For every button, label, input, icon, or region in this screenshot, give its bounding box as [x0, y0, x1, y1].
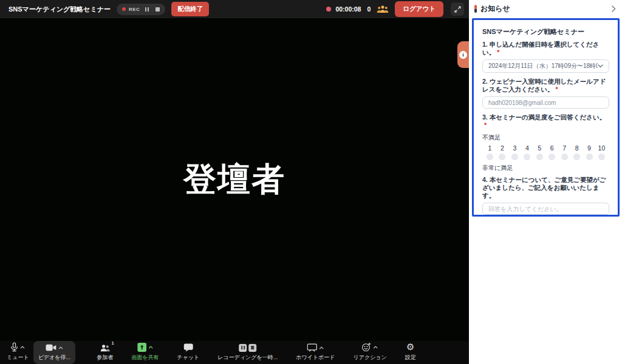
- audience-icon: [377, 5, 389, 13]
- webinar-app: SNSマーケティング戦略セミナー REC 配信終了 00:00:08 0: [0, 0, 622, 364]
- scale-option-3: 3: [510, 144, 519, 160]
- chevron-down-icon: [598, 64, 603, 68]
- gear-icon: ⚙: [406, 342, 414, 352]
- scale-low-label: 不満足: [482, 133, 609, 142]
- whiteboard-options-chevron-icon[interactable]: [319, 346, 324, 349]
- scale-radio-5[interactable]: [536, 153, 543, 160]
- participants-label: 参加者: [97, 354, 113, 362]
- scale-radio-9[interactable]: [586, 153, 593, 160]
- participants-button[interactable]: 1 参加者: [95, 341, 115, 364]
- question-1-label: 1. 申し込んだ開催日時を選択してください。*: [482, 41, 609, 56]
- chat-label: チャット: [177, 354, 199, 362]
- scale-option-9: 9: [585, 144, 594, 160]
- mute-button[interactable]: ミュート: [5, 341, 31, 364]
- collapse-panel-button[interactable]: [612, 5, 616, 12]
- video-region: SNSマーケティング戦略セミナー REC 配信終了 00:00:08 0: [0, 0, 469, 364]
- top-bar: SNSマーケティング戦略セミナー REC 配信終了 00:00:08 0: [0, 0, 469, 18]
- fullscreen-toggle-button[interactable]: [451, 2, 464, 16]
- required-mark: *: [555, 86, 558, 93]
- scale-radio-3[interactable]: [511, 153, 518, 160]
- scale-radio-2[interactable]: [499, 153, 505, 160]
- chat-bubble-icon: [183, 343, 193, 352]
- session-date-value: 2024年12月11日（水）17時09分〜18時09分: [488, 62, 598, 70]
- scale-radio-6[interactable]: [549, 153, 555, 160]
- scale-option-1: 1: [485, 144, 494, 160]
- whiteboard-label: ホワイトボード: [296, 354, 335, 362]
- whiteboard-button[interactable]: ホワイトボード: [294, 341, 337, 364]
- scale-option-4: 4: [522, 144, 531, 160]
- survey-form: SNSマーケティング戦略セミナー 1. 申し込んだ開催日時を選択してください。*…: [472, 18, 620, 217]
- scale-option-2: 2: [497, 144, 507, 160]
- chat-button[interactable]: チャット: [175, 341, 201, 364]
- announcements-title: お知らせ: [480, 4, 608, 14]
- stop-video-button[interactable]: ビデオを停...: [33, 341, 75, 364]
- survey-title: SNSマーケティング戦略セミナー: [482, 27, 609, 36]
- scale-option-6: 6: [547, 144, 556, 160]
- question-2-label: 2. ウェビナー入室時に使用したメールアドレスをご入力ください。*: [482, 78, 609, 93]
- info-icon: i: [459, 51, 467, 59]
- scale-radio-8[interactable]: [573, 153, 580, 160]
- announcements-panel: お知らせ SNSマーケティング戦略セミナー 1. 申し込んだ開催日時を選択してく…: [469, 0, 622, 364]
- expand-icon: [454, 5, 462, 13]
- scale-option-5: 5: [535, 144, 544, 160]
- share-options-chevron-icon[interactable]: [148, 346, 153, 349]
- whiteboard-icon: [307, 343, 317, 352]
- viewer-count: 0: [367, 5, 371, 13]
- reactions-label: リアクション: [354, 354, 387, 362]
- email-field[interactable]: [482, 96, 609, 109]
- speaker-name-overlay: 登壇者: [183, 158, 285, 202]
- satisfaction-scale: 1 2 3 4 5 6 7 8 9 10: [482, 144, 609, 160]
- rec-label: REC: [129, 7, 140, 12]
- recording-stop-icon[interactable]: [248, 344, 256, 352]
- question-3-label: 3. 本セミナーの満足度をご回答ください。*: [482, 113, 609, 129]
- pause-recording-label: レコーディングを一時...: [217, 354, 278, 362]
- stop-video-label: ビデオを停...: [38, 354, 70, 362]
- scale-option-7: 7: [560, 144, 569, 160]
- reactions-button[interactable]: リアクション: [352, 341, 389, 364]
- webinar-title: SNSマーケティング戦略セミナー: [9, 5, 111, 14]
- mic-options-chevron-icon[interactable]: [20, 346, 25, 349]
- scale-radio-4[interactable]: [524, 153, 530, 160]
- recording-status-pill: REC: [117, 4, 165, 15]
- settings-label: 設定: [405, 354, 416, 362]
- bottom-toolbar: ミュート ビデオを停...: [0, 341, 469, 364]
- reactions-options-chevron-icon[interactable]: [374, 346, 378, 349]
- scale-option-10: 10: [597, 144, 606, 160]
- announcements-header: お知らせ: [469, 0, 622, 17]
- pause-recording-button[interactable]: レコーディングを一時...: [216, 341, 279, 364]
- recording-pause-icon[interactable]: [239, 344, 247, 352]
- video-options-chevron-icon[interactable]: [58, 346, 63, 349]
- participants-icon: [100, 344, 111, 352]
- microphone-icon: [10, 342, 18, 352]
- logout-button[interactable]: ログアウト: [395, 1, 443, 17]
- scale-option-8: 8: [572, 144, 581, 160]
- mute-label: ミュート: [7, 354, 29, 362]
- video-camera-icon: [46, 344, 56, 351]
- scale-radio-10[interactable]: [598, 153, 605, 160]
- required-mark: *: [497, 49, 499, 56]
- elapsed-timer: 00:00:08: [335, 5, 361, 13]
- info-side-tab[interactable]: i: [457, 41, 469, 68]
- share-screen-icon: [137, 343, 146, 352]
- scale-high-label: 非常に満足: [482, 164, 609, 172]
- feedback-field[interactable]: [482, 203, 609, 215]
- scale-radio-7[interactable]: [561, 153, 568, 160]
- pause-recording-icon[interactable]: [145, 7, 149, 12]
- video-stage: 登壇者: [0, 18, 469, 341]
- rec-dot-icon: [122, 7, 126, 11]
- live-dot-icon: [326, 7, 331, 12]
- participants-count-badge: 1: [112, 340, 114, 346]
- question-4-label: 4. 本セミナーについて、ご意見ご要望がございましたら、ご記入をお願いいたします…: [482, 176, 609, 200]
- scale-radio-1[interactable]: [487, 153, 493, 160]
- share-screen-button[interactable]: 画面を共有: [129, 341, 160, 364]
- reactions-smiley-icon: [362, 342, 372, 352]
- settings-button[interactable]: ⚙ 設定: [403, 341, 418, 364]
- share-screen-label: 画面を共有: [131, 354, 159, 362]
- chevron-right-icon: [612, 5, 616, 12]
- stop-recording-icon[interactable]: [156, 7, 160, 12]
- session-date-select[interactable]: 2024年12月11日（水）17時09分〜18時09分: [482, 59, 609, 73]
- end-broadcast-button[interactable]: 配信終了: [171, 2, 209, 16]
- required-mark: *: [484, 121, 487, 129]
- announcement-bar-icon: [474, 5, 477, 13]
